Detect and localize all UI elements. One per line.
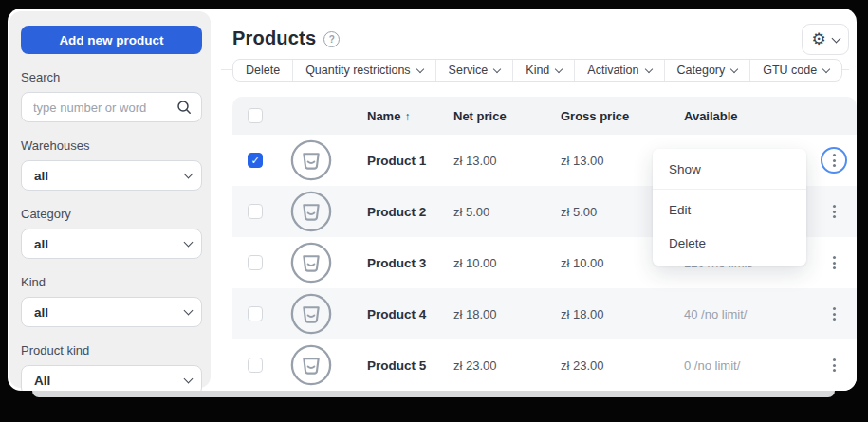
kind-label: Kind <box>21 275 202 289</box>
select-all-checkbox[interactable] <box>248 108 263 123</box>
product-name: Product 1 <box>344 154 453 168</box>
category-label: Category <box>21 207 202 221</box>
search-label: Search <box>21 70 202 84</box>
product-kind-filter: Product kind All <box>21 343 202 391</box>
context-menu-item-delete[interactable]: Delete <box>653 227 806 260</box>
row-actions-kebab-icon[interactable] <box>821 198 847 225</box>
product-placeholder-icon <box>289 138 333 182</box>
toolbar-activation[interactable]: Activation <box>574 60 663 81</box>
gear-icon: ⚙ <box>811 31 825 47</box>
available-quantity: 40 /no limit/ <box>684 307 811 321</box>
product-image <box>278 343 344 387</box>
row-context-menu: ShowEditDelete <box>653 149 806 266</box>
product-kind-select[interactable]: All <box>21 365 202 391</box>
net-price: zł 23.00 <box>453 358 561 373</box>
column-header-name[interactable]: Name↑ <box>344 109 453 123</box>
product-placeholder-icon <box>289 241 333 284</box>
category-select[interactable]: all <box>21 229 202 259</box>
product-image <box>278 292 344 336</box>
kind-select[interactable]: all <box>21 297 202 327</box>
gross-price: zł 18.00 <box>561 307 684 321</box>
page-title: Products <box>232 28 316 49</box>
chevron-down-icon <box>730 64 738 72</box>
title-row: Products ? ⚙ <box>211 9 857 49</box>
warehouses-select[interactable]: all <box>21 160 202 191</box>
row-checkbox[interactable]: ✓ <box>248 153 263 168</box>
chevron-down-icon <box>493 64 501 72</box>
warehouses-label: Warehouses <box>21 138 202 153</box>
app-window: Add new product Search Warehouses all Ca… <box>8 9 857 391</box>
kind-filter: Kind all <box>21 275 202 327</box>
product-placeholder-icon <box>289 292 333 336</box>
row-checkbox[interactable] <box>248 358 263 373</box>
table-row: Product 4 zł 18.00 zł 18.00 40 /no limit… <box>232 288 857 339</box>
net-price: zł 10.00 <box>453 256 561 270</box>
sort-asc-icon: ↑ <box>404 110 410 123</box>
add-new-product-button[interactable]: Add new product <box>21 26 202 54</box>
available-quantity: 0 /no limit/ <box>684 358 811 373</box>
context-menu-item-show[interactable]: Show <box>653 149 806 190</box>
chevron-down-icon <box>184 170 194 179</box>
product-name: Product 5 <box>344 358 453 373</box>
window-shadow <box>32 391 835 397</box>
settings-button[interactable]: ⚙ <box>802 24 849 55</box>
row-actions-kebab-icon[interactable] <box>821 249 847 276</box>
chevron-down-icon <box>416 64 423 72</box>
table-header-row: Name↑ Net price Gross price Available <box>232 97 857 135</box>
product-image <box>278 190 344 233</box>
row-actions-kebab-icon[interactable] <box>821 147 847 174</box>
chevron-down-icon <box>831 33 840 43</box>
net-price: zł 18.00 <box>453 307 561 321</box>
product-name: Product 4 <box>344 307 453 321</box>
search-input-box <box>21 92 202 122</box>
net-price: zł 5.00 <box>453 205 561 219</box>
bulk-actions-toolbar: DeleteQuantity restrictionsServiceKindAc… <box>232 59 842 82</box>
row-actions-kebab-icon[interactable] <box>821 301 847 327</box>
row-actions-kebab-icon[interactable] <box>821 352 847 378</box>
toolbar-row: DeleteQuantity restrictionsServiceKindAc… <box>232 59 849 82</box>
product-placeholder-icon <box>289 190 333 233</box>
table-row: Product 5 zł 23.00 zł 23.00 0 /no limit/ <box>232 339 857 391</box>
sidebar: Add new product Search Warehouses all Ca… <box>9 11 211 388</box>
toolbar-quantity-restrictions[interactable]: Quantity restrictions <box>292 60 434 81</box>
column-header-net-price[interactable]: Net price <box>453 109 561 123</box>
search-icon <box>176 100 192 115</box>
search-field: Search <box>21 70 202 122</box>
product-image <box>278 138 344 182</box>
toolbar-category[interactable]: Category <box>664 60 750 81</box>
row-checkbox[interactable] <box>248 255 263 270</box>
warehouses-filter: Warehouses all <box>21 138 202 191</box>
chevron-down-icon <box>184 306 194 316</box>
toolbar-gtu-code[interactable]: GTU code <box>749 60 841 81</box>
toolbar-service[interactable]: Service <box>435 60 513 81</box>
product-kind-label: Product kind <box>21 343 202 358</box>
toolbar-kind[interactable]: Kind <box>512 60 574 81</box>
category-filter: Category all <box>21 207 202 259</box>
gross-price: zł 23.00 <box>561 358 684 373</box>
help-icon[interactable]: ? <box>323 31 340 47</box>
row-checkbox[interactable] <box>248 306 263 321</box>
row-checkbox[interactable] <box>248 204 263 219</box>
chevron-down-icon <box>644 64 652 72</box>
product-name: Product 2 <box>344 205 453 219</box>
chevron-down-icon <box>822 64 830 72</box>
search-input[interactable] <box>31 100 176 116</box>
product-name: Product 3 <box>344 256 453 270</box>
chevron-down-icon <box>184 238 194 248</box>
toolbar-delete[interactable]: Delete <box>233 60 292 81</box>
column-header-gross-price[interactable]: Gross price <box>561 109 684 123</box>
sidebar-filters: Warehouses all Category all Kind all Pro… <box>21 138 202 391</box>
product-image <box>278 241 344 284</box>
column-header-available[interactable]: Available <box>684 109 811 123</box>
product-placeholder-icon <box>289 343 333 387</box>
chevron-down-icon <box>555 64 563 72</box>
net-price: zł 13.00 <box>453 154 561 168</box>
chevron-down-icon <box>184 375 194 384</box>
context-menu-item-edit[interactable]: Edit <box>653 193 806 227</box>
